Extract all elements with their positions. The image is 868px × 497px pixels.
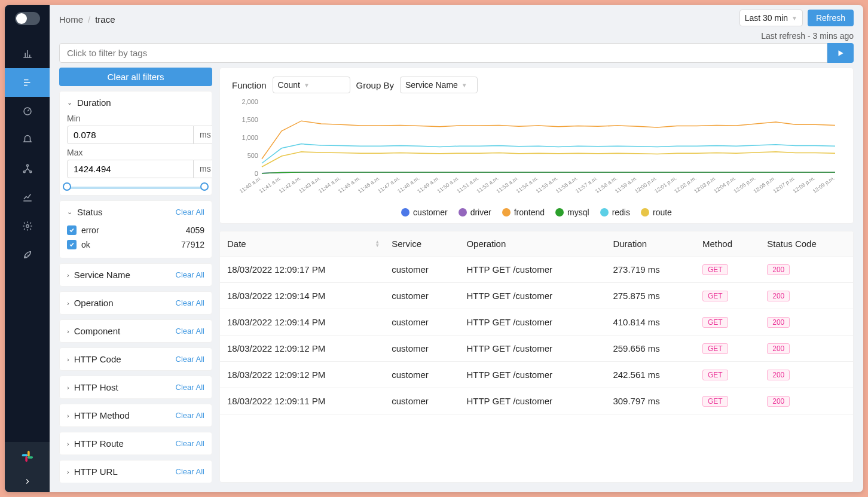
filter-status-title: Status bbox=[77, 207, 103, 217]
min-label: Min bbox=[67, 114, 204, 123]
function-select[interactable]: Count▼ bbox=[273, 77, 350, 93]
max-label: Max bbox=[67, 148, 204, 157]
groupby-value: Service Name bbox=[405, 80, 458, 90]
bell-icon bbox=[22, 135, 33, 145]
legend-item[interactable]: mysql bbox=[555, 208, 589, 217]
nav-alerts[interactable] bbox=[5, 126, 50, 154]
tag-filter-input[interactable] bbox=[59, 43, 827, 63]
slack-link[interactable] bbox=[5, 442, 50, 471]
table-row[interactable]: 18/03/2022 12:09:14 PM customer HTTP GET… bbox=[220, 309, 853, 336]
nav-metrics[interactable] bbox=[5, 39, 50, 68]
col-service[interactable]: Service bbox=[384, 231, 459, 257]
legend-item[interactable]: customer bbox=[401, 208, 448, 217]
time-range-select[interactable]: Last 30 min ▼ bbox=[739, 10, 803, 26]
refresh-button[interactable]: Refresh bbox=[808, 10, 854, 26]
filter-clear[interactable]: Clear All bbox=[176, 439, 204, 448]
filter-title: HTTP Host bbox=[74, 382, 118, 392]
filter-status-clear[interactable]: Clear All bbox=[176, 208, 204, 217]
cell-status: 200 bbox=[760, 336, 853, 362]
filter-collapsed: ›Service Name Clear All bbox=[59, 263, 212, 286]
filter-header[interactable]: ›HTTP URL Clear All bbox=[67, 466, 204, 477]
filter-header[interactable]: ›HTTP Host Clear All bbox=[67, 382, 204, 392]
table-row[interactable]: 18/03/2022 12:09:17 PM customer HTTP GET… bbox=[220, 257, 853, 283]
status-badge: 200 bbox=[767, 370, 790, 380]
run-filter-button[interactable] bbox=[827, 43, 854, 63]
status-row: error 4059 bbox=[67, 223, 204, 237]
filter-clear[interactable]: Clear All bbox=[176, 411, 204, 420]
status-checkbox[interactable] bbox=[67, 225, 77, 235]
time-range-label: Last 30 min bbox=[745, 13, 788, 23]
duration-min-input[interactable] bbox=[67, 126, 194, 144]
filter-clear[interactable]: Clear All bbox=[176, 298, 204, 307]
nav-usage[interactable] bbox=[5, 183, 50, 212]
cell-operation: HTTP GET /customer bbox=[459, 283, 606, 309]
filter-duration-header[interactable]: ⌄Duration bbox=[67, 97, 204, 108]
cell-method: GET bbox=[695, 362, 760, 388]
filter-status-header[interactable]: ⌄Status Clear All bbox=[67, 207, 204, 217]
legend-item[interactable]: route bbox=[641, 208, 672, 217]
nav-settings[interactable] bbox=[5, 212, 50, 240]
col-duration[interactable]: Duration bbox=[606, 231, 695, 257]
filter-header[interactable]: ›Operation Clear All bbox=[67, 298, 204, 308]
status-badge: 200 bbox=[767, 291, 790, 301]
cell-date: 18/03/2022 12:09:14 PM bbox=[220, 283, 384, 309]
play-icon bbox=[836, 49, 845, 57]
filter-collapsed: ›HTTP Host Clear All bbox=[59, 376, 212, 399]
legend-label: mysql bbox=[567, 208, 589, 217]
filter-header[interactable]: ›HTTP Method Clear All bbox=[67, 410, 204, 420]
filter-clear[interactable]: Clear All bbox=[176, 327, 204, 336]
nav-instrument[interactable] bbox=[5, 240, 50, 269]
chart-card: Function Count▼ Group By Service Name▼ 0… bbox=[219, 68, 854, 224]
clear-all-filters-button[interactable]: Clear all filters bbox=[59, 68, 212, 86]
theme-toggle[interactable] bbox=[15, 12, 40, 25]
legend-dot bbox=[401, 208, 409, 217]
nav-service-map[interactable] bbox=[5, 154, 50, 183]
chevron-right-icon: › bbox=[67, 384, 69, 391]
col-status[interactable]: Status Code bbox=[760, 231, 853, 257]
status-checkbox[interactable] bbox=[67, 240, 77, 249]
filter-clear[interactable]: Clear All bbox=[176, 355, 204, 364]
table-row[interactable]: 18/03/2022 12:09:12 PM customer HTTP GET… bbox=[220, 362, 853, 388]
line-chart-icon bbox=[22, 192, 33, 203]
chevron-down-icon: ▼ bbox=[461, 82, 467, 89]
filter-header[interactable]: ›HTTP Code Clear All bbox=[67, 354, 204, 364]
slider-handle-min[interactable] bbox=[63, 182, 71, 191]
col-method[interactable]: Method bbox=[695, 231, 760, 257]
duration-slider[interactable] bbox=[67, 187, 204, 189]
table-row[interactable]: 18/03/2022 12:09:11 PM customer HTTP GET… bbox=[220, 388, 853, 414]
groupby-select[interactable]: Service Name▼ bbox=[400, 77, 478, 93]
legend-item[interactable]: driver bbox=[459, 208, 491, 217]
bar-chart-icon bbox=[22, 48, 33, 59]
status-count: 77912 bbox=[181, 240, 204, 249]
legend-item[interactable]: frontend bbox=[502, 208, 545, 217]
legend-dot bbox=[600, 208, 609, 217]
method-badge: GET bbox=[702, 291, 728, 301]
filter-header[interactable]: ›HTTP Route Clear All bbox=[67, 438, 204, 449]
method-badge: GET bbox=[702, 370, 728, 380]
filter-header[interactable]: ›Component Clear All bbox=[67, 326, 204, 336]
breadcrumb-home[interactable]: Home bbox=[59, 14, 83, 25]
filter-header[interactable]: ›Service Name Clear All bbox=[67, 270, 204, 280]
duration-max-input[interactable] bbox=[67, 160, 194, 178]
slider-handle-max[interactable] bbox=[200, 182, 209, 191]
breadcrumb-current: trace bbox=[95, 14, 115, 25]
chevron-down-icon: ▼ bbox=[791, 15, 797, 22]
svg-point-2 bbox=[23, 171, 25, 173]
filter-clear[interactable]: Clear All bbox=[176, 467, 204, 476]
cell-method: GET bbox=[695, 283, 760, 309]
table-row[interactable]: 18/03/2022 12:09:12 PM customer HTTP GET… bbox=[220, 336, 853, 362]
cell-service: customer bbox=[384, 283, 459, 309]
chevron-right-icon: › bbox=[67, 300, 69, 307]
col-date[interactable]: Date▲▼ bbox=[220, 231, 384, 257]
legend-item[interactable]: redis bbox=[600, 208, 630, 217]
legend-dot bbox=[555, 208, 564, 217]
col-operation[interactable]: Operation bbox=[459, 231, 606, 257]
cell-duration: 275.875 ms bbox=[606, 283, 695, 309]
table-row[interactable]: 18/03/2022 12:09:14 PM customer HTTP GET… bbox=[220, 283, 853, 309]
svg-text:500: 500 bbox=[247, 152, 258, 159]
nav-dashboards[interactable] bbox=[5, 97, 50, 126]
filter-clear[interactable]: Clear All bbox=[176, 383, 204, 392]
expand-sidebar-button[interactable] bbox=[5, 471, 50, 492]
filter-clear[interactable]: Clear All bbox=[176, 270, 204, 279]
nav-traces[interactable] bbox=[5, 68, 50, 97]
